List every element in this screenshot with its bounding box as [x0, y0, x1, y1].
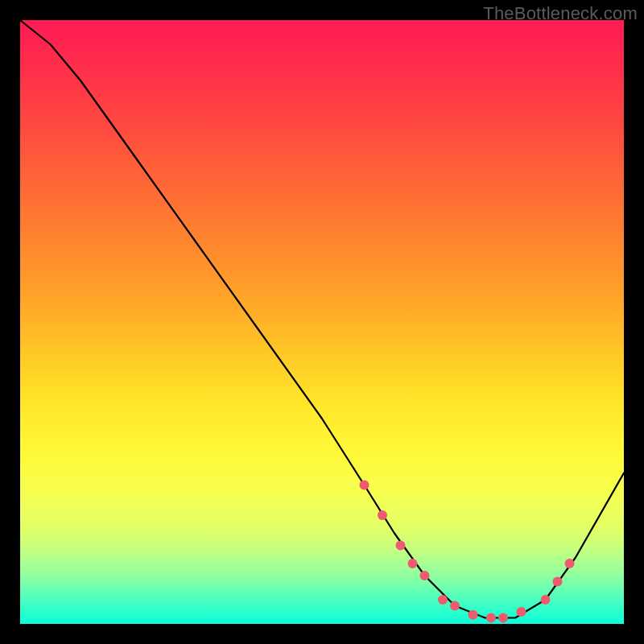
chart-svg	[20, 20, 624, 624]
marker-dot	[438, 595, 448, 605]
marker-dot	[486, 613, 496, 623]
marker-dot	[553, 577, 563, 587]
marker-group	[360, 481, 575, 623]
marker-dot	[360, 481, 369, 490]
plot-area	[20, 20, 624, 624]
marker-dot	[408, 559, 418, 568]
marker-dot	[378, 510, 387, 520]
marker-dot	[469, 610, 478, 620]
marker-dot	[517, 607, 526, 617]
marker-dot	[498, 613, 508, 623]
series-curve	[20, 20, 624, 618]
marker-dot	[541, 595, 551, 605]
marker-dot	[565, 559, 575, 568]
marker-dot	[450, 601, 460, 611]
marker-dot	[396, 541, 406, 551]
marker-dot	[420, 571, 430, 580]
chart-frame: TheBottleneck.com	[0, 0, 644, 644]
